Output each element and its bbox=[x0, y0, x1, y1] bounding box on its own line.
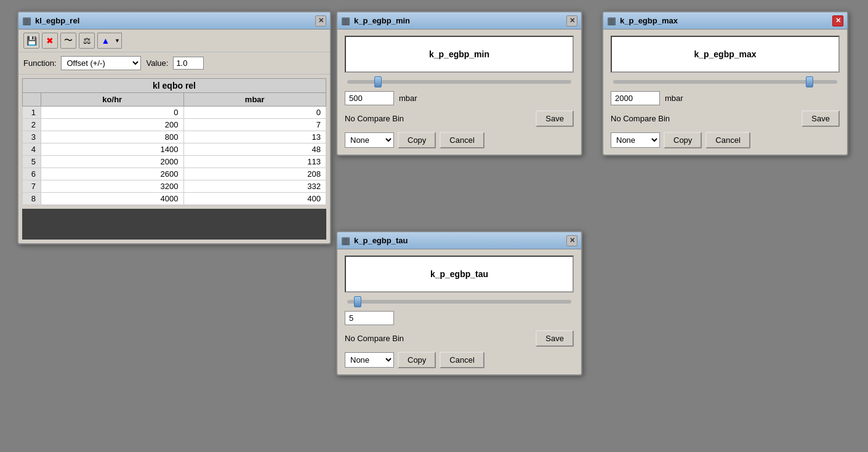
row-col2[interactable]: 208 bbox=[183, 168, 326, 180]
max-none-select[interactable]: None bbox=[611, 132, 660, 148]
max-value-input[interactable] bbox=[611, 91, 660, 105]
save-icon: 💾 bbox=[26, 36, 37, 46]
max-value-row: mbar bbox=[611, 91, 840, 105]
min-slider-container bbox=[345, 80, 574, 84]
min-none-select[interactable]: None bbox=[345, 132, 394, 148]
tau-titlebar-left: k_p_egbp_tau bbox=[341, 235, 408, 246]
max-slider-thumb[interactable] bbox=[806, 76, 813, 87]
value-input[interactable] bbox=[173, 57, 204, 70]
row-col1[interactable]: 800 bbox=[41, 131, 184, 143]
triangle-icon: ▲ bbox=[102, 36, 110, 46]
max-unit-label: mbar bbox=[665, 94, 683, 103]
row-col2[interactable]: 113 bbox=[183, 156, 326, 168]
tau-none-select[interactable]: None bbox=[345, 352, 394, 368]
k-p-egbp-tau-close-btn[interactable]: ✕ bbox=[566, 235, 577, 246]
min-value-row: mbar bbox=[345, 91, 574, 105]
k-p-egbp-min-window: k_p_egbp_min ✕ k_p_egbp_min mbar No Comp… bbox=[336, 11, 582, 156]
table-row: 3 800 13 bbox=[23, 131, 326, 143]
graph-toolbar-btn[interactable]: 〜 bbox=[60, 33, 76, 49]
data-table: kl eqbo rel ko/hr mbar 1 0 0 2 200 7 3 8… bbox=[22, 78, 326, 205]
triangle-dropdown-arrow[interactable]: ▼ bbox=[113, 33, 122, 49]
dark-area bbox=[22, 209, 326, 240]
row-index: 8 bbox=[23, 193, 41, 205]
tau-slider-container bbox=[345, 300, 574, 304]
scale-toolbar-btn[interactable]: ⚖ bbox=[79, 33, 95, 49]
k-p-egbp-tau-window: k_p_egbp_tau ✕ k_p_egbp_tau No Compare B… bbox=[336, 231, 582, 376]
row-col2[interactable]: 13 bbox=[183, 131, 326, 143]
max-compare-row: No Compare Bin Save bbox=[611, 110, 840, 127]
row-col1[interactable]: 200 bbox=[41, 119, 184, 131]
min-save-btn[interactable]: Save bbox=[536, 110, 574, 127]
tau-value-row bbox=[345, 311, 574, 325]
min-slider-thumb[interactable] bbox=[374, 76, 382, 87]
k-p-egbp-max-close-btn[interactable]: ✕ bbox=[832, 15, 843, 26]
k-p-egbp-max-content: k_p_egbp_max mbar No Compare Bin Save No… bbox=[603, 30, 847, 155]
row-col2[interactable]: 7 bbox=[183, 119, 326, 131]
min-titlebar-left: k_p_egbp_min bbox=[341, 15, 410, 26]
min-cancel-btn[interactable]: Cancel bbox=[440, 132, 484, 148]
table-row: 7 3200 332 bbox=[23, 180, 326, 193]
k-p-egbp-max-display: k_p_egbp_max bbox=[611, 36, 840, 73]
tau-copy-btn[interactable]: Copy bbox=[398, 352, 436, 368]
max-save-btn[interactable]: Save bbox=[802, 110, 840, 127]
kl-egbp-rel-toolbar: 💾 ✖ 〜 ⚖ ▲ ▼ bbox=[18, 30, 330, 52]
row-col1[interactable]: 2600 bbox=[41, 168, 184, 180]
tau-save-btn[interactable]: Save bbox=[536, 330, 574, 347]
k-p-egbp-tau-titlebar: k_p_egbp_tau ✕ bbox=[337, 232, 581, 249]
function-label: Function: bbox=[23, 59, 56, 68]
table-row: 8 4000 400 bbox=[23, 193, 326, 205]
tau-button-row: None Copy Cancel bbox=[345, 352, 574, 368]
kl-egbp-rel-title: kl_egbp_rel bbox=[35, 16, 79, 25]
tau-slider-track bbox=[347, 300, 571, 304]
row-col1[interactable]: 3200 bbox=[41, 180, 184, 193]
min-value-input[interactable] bbox=[345, 91, 394, 105]
row-col2[interactable]: 48 bbox=[183, 143, 326, 156]
tau-compare-row: No Compare Bin Save bbox=[345, 330, 574, 347]
min-display-text: k_p_egbp_min bbox=[429, 49, 489, 59]
k-p-egbp-tau-content: k_p_egbp_tau No Compare Bin Save None Co… bbox=[337, 249, 581, 374]
row-col1[interactable]: 2000 bbox=[41, 156, 184, 168]
row-col2[interactable]: 0 bbox=[183, 107, 326, 119]
function-select[interactable]: Offset (+/-) bbox=[61, 56, 141, 70]
row-col2[interactable]: 332 bbox=[183, 180, 326, 193]
k-p-egbp-min-title: k_p_egbp_min bbox=[354, 16, 410, 25]
row-col1[interactable]: 0 bbox=[41, 107, 184, 119]
col-header-kohr: ko/hr bbox=[41, 93, 184, 107]
max-compare-label: No Compare Bin bbox=[611, 114, 670, 123]
tau-slider-thumb[interactable] bbox=[354, 296, 361, 307]
kl-egbp-rel-close-btn[interactable]: ✕ bbox=[315, 15, 326, 26]
triangle-toolbar-btn[interactable]: ▲ bbox=[97, 33, 113, 49]
kl-egbp-rel-window: kl_egbp_rel ✕ 💾 ✖ 〜 ⚖ ▲ ▼ Function: Offs… bbox=[17, 11, 331, 244]
max-cancel-btn[interactable]: Cancel bbox=[705, 132, 750, 148]
save-toolbar-btn[interactable]: 💾 bbox=[23, 33, 39, 49]
tau-value-input[interactable] bbox=[345, 311, 394, 325]
row-col1[interactable]: 1400 bbox=[41, 143, 184, 156]
max-chip-icon bbox=[607, 15, 616, 26]
k-p-egbp-min-close-btn[interactable]: ✕ bbox=[566, 15, 577, 26]
table-row: 1 0 0 bbox=[23, 107, 326, 119]
k-p-egbp-min-titlebar: k_p_egbp_min ✕ bbox=[337, 12, 581, 30]
cancel-toolbar-btn[interactable]: ✖ bbox=[42, 33, 58, 49]
row-col2[interactable]: 400 bbox=[183, 193, 326, 205]
triangle-dropdown: ▲ ▼ bbox=[97, 33, 122, 49]
table-column-headers: ko/hr mbar bbox=[23, 93, 326, 107]
table-row: 5 2000 113 bbox=[23, 156, 326, 168]
min-slider-track bbox=[347, 80, 571, 84]
max-slider-container bbox=[611, 80, 840, 84]
titlebar-left: kl_egbp_rel bbox=[22, 15, 79, 26]
max-display-text: k_p_egbp_max bbox=[694, 49, 756, 59]
min-copy-btn[interactable]: Copy bbox=[398, 132, 436, 148]
k-p-egbp-max-title: k_p_egbp_max bbox=[620, 16, 678, 25]
row-index: 2 bbox=[23, 119, 41, 131]
row-index: 7 bbox=[23, 180, 41, 193]
value-label: Value: bbox=[146, 59, 168, 68]
max-copy-btn[interactable]: Copy bbox=[664, 132, 702, 148]
k-p-egbp-min-display: k_p_egbp_min bbox=[345, 36, 574, 73]
k-p-egbp-max-window: k_p_egbp_max ✕ k_p_egbp_max mbar No Comp… bbox=[602, 11, 848, 156]
row-col1[interactable]: 4000 bbox=[41, 193, 184, 205]
k-p-egbp-tau-title: k_p_egbp_tau bbox=[354, 236, 408, 245]
table-title: kl eqbo rel bbox=[23, 79, 326, 93]
tau-cancel-btn[interactable]: Cancel bbox=[440, 352, 484, 368]
row-index: 1 bbox=[23, 107, 41, 119]
k-p-egbp-min-content: k_p_egbp_min mbar No Compare Bin Save No… bbox=[337, 30, 581, 155]
